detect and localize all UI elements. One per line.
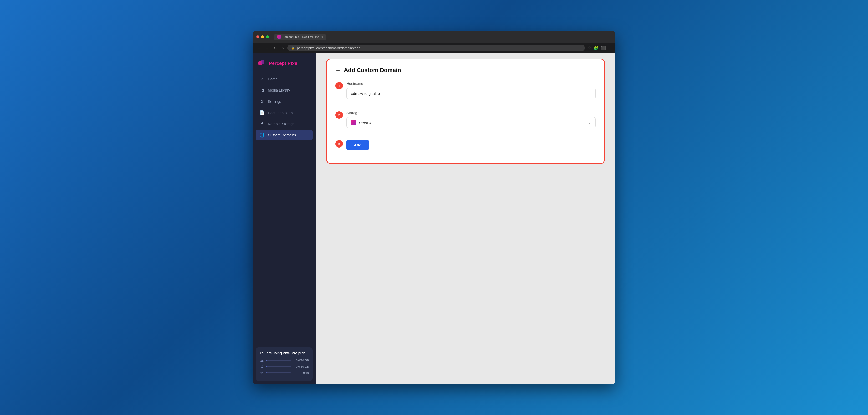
sidebar-item-custom-domains[interactable]: 🌐 Custom Domains xyxy=(256,130,313,141)
edits-bar-fill xyxy=(266,373,267,374)
tab-title: Percept Pixel - Realtime Ima xyxy=(283,35,319,38)
step-1-content: Hostname xyxy=(346,82,596,106)
sidebar-item-remote-storage[interactable]: 🗄 Remote Storage xyxy=(256,119,313,129)
processing-bar-fill xyxy=(266,366,267,367)
edits-icon: ✏ xyxy=(259,371,264,375)
svg-rect-1 xyxy=(260,60,264,64)
menu-icon[interactable]: ⋮ xyxy=(608,46,612,51)
home-nav-button[interactable]: ⌂ xyxy=(280,45,285,51)
upload-bar-fill xyxy=(266,360,267,361)
sidebar-item-domains-label: Custom Domains xyxy=(268,133,296,137)
extensions-icon[interactable]: 🧩 xyxy=(593,46,598,51)
chevron-down-icon: ⌄ xyxy=(588,120,591,125)
sidebar-item-settings[interactable]: ⚙ Settings xyxy=(256,96,313,107)
custom-domains-icon: 🌐 xyxy=(259,132,265,138)
url-text: perceptpixel.com/dashboard/domains/add xyxy=(297,46,360,50)
sidebar-item-documentation[interactable]: 📄 Documentation xyxy=(256,107,313,118)
page-title: Add Custom Domain xyxy=(344,67,401,73)
step-3-badge: 3 xyxy=(335,140,343,148)
browser-titlebar: Percept Pixel - Realtime Ima ✕ + xyxy=(253,31,615,42)
storage-group: Storage Default ⌄ xyxy=(346,111,596,128)
logo-icon xyxy=(258,59,266,67)
plan-title: You are using Pixel Pro plan xyxy=(259,351,309,355)
profile-icon[interactable]: ⬛ xyxy=(601,46,606,51)
browser-navbar: ← → ↻ ⌂ 🔒 perceptpixel.com/dashboard/dom… xyxy=(253,42,615,53)
sidebar-item-media-library[interactable]: 🗂 Media Library xyxy=(256,85,313,95)
step-2-wrap: 2 Storage Default ⌄ xyxy=(335,111,596,135)
logo-text: Percept Pixel xyxy=(269,61,299,66)
sidebar-item-media-label: Media Library xyxy=(268,88,290,92)
storage-select-icon xyxy=(351,120,356,125)
processing-label: 0.0/50 GB xyxy=(293,365,309,368)
sidebar-item-remote-label: Remote Storage xyxy=(268,122,295,126)
upload-label: 0.0/10 GB xyxy=(293,359,309,362)
hostname-label: Hostname xyxy=(346,82,596,86)
usage-row-processing: ⚙ 0.0/50 GB xyxy=(259,364,309,369)
step-3-content: Add xyxy=(346,140,596,150)
sidebar-item-docs-label: Documentation xyxy=(268,111,292,115)
main-content: ← Add Custom Domain 1 Hostname 2 xyxy=(316,53,615,384)
add-domain-card: ← Add Custom Domain 1 Hostname 2 xyxy=(326,59,605,164)
step-2-badge: 2 xyxy=(335,111,343,119)
forward-nav-button[interactable]: → xyxy=(264,45,270,51)
minimize-button[interactable] xyxy=(261,35,264,38)
edits-bar xyxy=(266,373,291,374)
usage-row-upload: ☁ 0.0/10 GB xyxy=(259,358,309,362)
sidebar-item-home-label: Home xyxy=(268,77,278,81)
plan-info: You are using Pixel Pro plan ☁ 0.0/10 GB… xyxy=(256,348,313,381)
storage-label: Storage xyxy=(346,111,596,115)
new-tab-button[interactable]: + xyxy=(328,34,332,39)
step-1-wrap: 1 Hostname xyxy=(335,82,596,106)
browser-window: Percept Pixel - Realtime Ima ✕ + ← → ↻ ⌂… xyxy=(253,31,615,384)
tab-favicon xyxy=(277,35,281,39)
sidebar-item-settings-label: Settings xyxy=(268,99,281,103)
tab-bar: Percept Pixel - Realtime Ima ✕ + xyxy=(274,34,332,40)
tab-close-icon[interactable]: ✕ xyxy=(321,35,323,38)
upload-icon: ☁ xyxy=(259,358,264,362)
processing-bar xyxy=(266,366,291,367)
storage-select-value: Default xyxy=(359,120,588,125)
address-bar[interactable]: 🔒 perceptpixel.com/dashboard/domains/add xyxy=(287,45,585,51)
sidebar: Percept Pixel ⌂ Home 🗂 Media Library ⚙ S… xyxy=(253,53,316,384)
sidebar-logo: Percept Pixel xyxy=(253,53,316,74)
step-1-badge: 1 xyxy=(335,82,343,89)
page-header: ← Add Custom Domain xyxy=(335,67,596,73)
sidebar-nav: ⌂ Home 🗂 Media Library ⚙ Settings 📄 Docu… xyxy=(253,74,316,344)
sidebar-item-home[interactable]: ⌂ Home xyxy=(256,74,313,84)
maximize-button[interactable] xyxy=(266,35,269,38)
home-icon: ⌂ xyxy=(259,77,265,82)
close-button[interactable] xyxy=(256,35,259,38)
bookmark-icon[interactable]: ☆ xyxy=(588,46,591,51)
nav-actions: ☆ 🧩 ⬛ ⋮ xyxy=(588,46,612,51)
usage-row-edits: ✏ 0/10 xyxy=(259,371,309,375)
settings-icon: ⚙ xyxy=(259,99,265,104)
edits-label: 0/10 xyxy=(293,372,309,375)
traffic-lights xyxy=(256,35,269,38)
refresh-nav-button[interactable]: ↻ xyxy=(273,45,278,51)
browser-content: Percept Pixel ⌂ Home 🗂 Media Library ⚙ S… xyxy=(253,53,615,384)
lock-icon: 🔒 xyxy=(291,46,295,50)
step-3-wrap: 3 Add xyxy=(335,140,596,150)
hostname-group: Hostname xyxy=(346,82,596,99)
documentation-icon: 📄 xyxy=(259,110,265,115)
remote-storage-icon: 🗄 xyxy=(259,121,265,126)
step-2-content: Storage Default ⌄ xyxy=(346,111,596,135)
back-button[interactable]: ← xyxy=(335,67,341,73)
upload-bar xyxy=(266,360,291,361)
storage-select[interactable]: Default ⌄ xyxy=(346,117,596,128)
media-library-icon: 🗂 xyxy=(259,88,265,93)
processing-icon: ⚙ xyxy=(259,364,264,369)
back-nav-button[interactable]: ← xyxy=(256,45,261,51)
browser-tab[interactable]: Percept Pixel - Realtime Ima ✕ xyxy=(274,34,326,40)
add-domain-button[interactable]: Add xyxy=(346,140,369,150)
hostname-input[interactable] xyxy=(346,88,596,99)
